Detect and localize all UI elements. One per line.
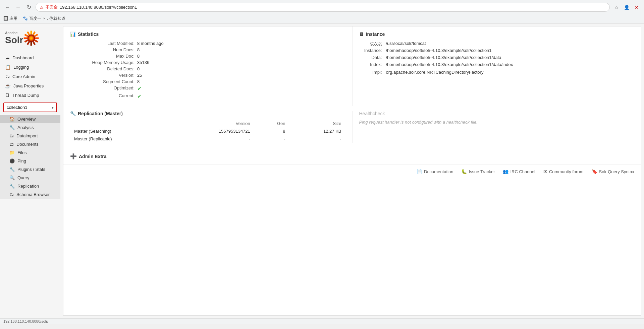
logo-area: Apache Solr — [0, 27, 60, 53]
segment-count-label: Segment Count: — [70, 79, 137, 84]
submenu-item-schema-browser[interactable]: 🗂 Schema Browser — [0, 190, 60, 199]
rep-col-gen: Gen — [254, 120, 289, 127]
sidebar-item-logging[interactable]: 📋 Logging — [0, 62, 60, 72]
svg-rect-4 — [34, 40, 38, 43]
security-warning-icon: ⚠ — [40, 5, 44, 10]
svg-rect-7 — [27, 41, 30, 45]
browser-toolbar: ← → ↻ ⚠ 不安全 192.168.110.140:8080/solr/#/… — [0, 0, 644, 14]
svg-rect-3 — [35, 38, 39, 39]
instance-value: /home/hadoop/soft/solr-4.10.3/example/so… — [386, 48, 492, 53]
inst-instance: Instance: /home/hadoop/soft/solr-4.10.3/… — [359, 48, 635, 53]
schema-browser-icon: 🗂 — [9, 192, 14, 197]
thread-dump-icon: 🗒 — [5, 92, 10, 98]
submenu-item-analysis[interactable]: 🔧 Analysis — [0, 123, 60, 132]
cwd-label: CWD: — [359, 41, 386, 46]
stat-heap-memory: Heap Memory Usage: 35136 — [70, 60, 345, 65]
segment-count-value: 8 — [137, 79, 140, 84]
sidebar-item-core-admin[interactable]: 🗂 Core Admin — [0, 72, 60, 81]
submenu-item-overview[interactable]: 🏠 Overview — [0, 115, 60, 123]
rep-searching-name: Master (Searching) — [70, 127, 169, 135]
logo-text: Apache Solr — [5, 31, 23, 46]
analysis-label: Analysis — [17, 125, 34, 130]
submenu-item-plugins-stats[interactable]: 🔧 Plugins / Stats — [0, 165, 60, 174]
replication-label: Replication — [17, 184, 39, 189]
forward-button[interactable]: → — [14, 3, 22, 11]
bookmark-item[interactable]: 🔲 应用 — [3, 16, 17, 21]
solr-query-syntax-link[interactable]: 🔖 Solr Query Syntax — [592, 169, 635, 174]
sidebar-item-thread-dump[interactable]: 🗒 Thread Dump — [0, 90, 60, 100]
logging-icon: 📋 — [5, 64, 11, 70]
address-bar[interactable]: ⚠ 不安全 192.168.110.140:8080/solr/#/collec… — [36, 3, 610, 12]
impl-value: org.apache.solr.core.NRTCachingDirectory… — [386, 70, 484, 75]
data-label: Data: — [359, 55, 386, 60]
issue-tracker-label: Issue Tracker — [469, 169, 495, 174]
profile-button[interactable]: 👤 — [623, 3, 631, 11]
reload-button[interactable]: ↻ — [25, 3, 33, 11]
documentation-label: Documentation — [424, 169, 453, 174]
status-bar: 192.168.110.140:8080/solr/ — [0, 318, 644, 324]
bookmark-baidu[interactable]: 🐾 百度一下，你就知道 — [23, 16, 65, 21]
java-props-label: Java Properties — [13, 83, 44, 88]
ping-icon: ⚫ — [9, 158, 15, 163]
documentation-icon: 📄 — [417, 169, 422, 174]
optimized-value: ✔ — [137, 85, 142, 92]
close-button[interactable]: ✕ — [633, 3, 641, 11]
irc-label: IRC Channel — [510, 169, 535, 174]
community-forum-link[interactable]: ✉ Community forum — [543, 169, 584, 174]
inst-impl: Impl: org.apache.solr.core.NRTCachingDir… — [359, 70, 635, 75]
stat-version: Version: 25 — [70, 73, 345, 78]
deleted-docs-label: Deleted Docs: — [70, 66, 137, 71]
rep-replicable-gen: - — [254, 135, 289, 143]
statistics-table: Last Modified: 8 months ago Num Docs: 8 … — [70, 41, 345, 100]
status-url: 192.168.110.140:8080/solr/ — [3, 319, 48, 323]
instance-icon: 🖥 — [359, 31, 364, 37]
statistics-icon: 📊 — [70, 31, 76, 37]
bookmarks-bar: 🔲 应用 🐾 百度一下，你就知道 — [0, 14, 644, 23]
rep-row-replicable: Master (Replicable) - - - — [70, 135, 345, 143]
issue-tracker-link[interactable]: 🐛 Issue Tracker — [461, 169, 495, 174]
last-modified-value: 8 months ago — [137, 41, 164, 46]
submenu-item-documents[interactable]: 🗂 Documents — [0, 140, 60, 148]
submenu-item-query[interactable]: 🔍 Query — [0, 174, 60, 182]
submenu-item-ping[interactable]: ⚫ Ping — [0, 157, 60, 165]
current-label: Current: — [70, 93, 137, 100]
collection-select[interactable]: collection1 — [3, 103, 57, 112]
version-label: Version: — [70, 73, 137, 78]
overview-label: Overview — [17, 117, 36, 122]
collection-dropdown[interactable]: collection1 ▼ — [3, 103, 57, 112]
documents-icon: 🗂 — [9, 142, 14, 147]
healthcheck-panel: Healthcheck Ping request handler is not … — [353, 111, 635, 143]
admin-extra-icon: ➕ — [70, 153, 77, 159]
documentation-link[interactable]: 📄 Documentation — [417, 169, 453, 174]
collection-submenu: 🏠 Overview 🔧 Analysis 🗂 Dataimport 🗂 Doc… — [0, 115, 60, 199]
files-label: Files — [17, 150, 26, 155]
solr-sunburst-icon — [23, 30, 39, 46]
dataimport-icon: 🗂 — [9, 133, 14, 138]
rep-row-searching: Master (Searching) 1567953134721 8 12.27… — [70, 127, 345, 135]
max-doc-label: Max Doc: — [70, 54, 137, 59]
svg-rect-10 — [24, 34, 29, 37]
submenu-item-dataimport[interactable]: 🗂 Dataimport — [0, 132, 60, 140]
heap-memory-label: Heap Memory Usage: — [70, 60, 137, 65]
bookmark-button[interactable]: ☆ — [612, 3, 621, 11]
instance-panel: 🖥 Instance CWD: /usr/local/solr/tomcat I… — [353, 26, 641, 106]
main-content: 📊 Statistics Last Modified: 8 months ago… — [63, 26, 641, 316]
sidebar-item-java-properties[interactable]: ☕ Java Properties — [0, 81, 60, 90]
logging-label: Logging — [13, 65, 29, 70]
solr-syntax-icon: 🔖 — [592, 169, 597, 174]
back-button[interactable]: ← — [3, 3, 11, 11]
irc-channel-link[interactable]: 👥 IRC Channel — [503, 169, 535, 174]
solr-logo: Apache Solr — [5, 30, 55, 46]
overview-icon: 🏠 — [9, 117, 15, 122]
core-admin-label: Core Admin — [12, 74, 35, 79]
rep-col-version: Version — [169, 120, 254, 127]
inst-cwd: CWD: /usr/local/solr/tomcat — [359, 41, 635, 46]
submenu-item-files[interactable]: 📁 Files — [0, 148, 60, 157]
sidebar-item-dashboard[interactable]: ☁ Dashboard — [0, 53, 60, 62]
rep-searching-gen: 8 — [254, 127, 289, 135]
footer: 📄 Documentation 🐛 Issue Tracker 👥 IRC Ch… — [63, 164, 641, 178]
submenu-item-replication[interactable]: 🔧 Replication — [0, 182, 60, 190]
documents-label: Documents — [16, 142, 39, 147]
stat-current: Current: ✔ — [70, 93, 345, 100]
inst-index: Index: /home/hadoop/soft/solr-4.10.3/exa… — [359, 62, 635, 67]
